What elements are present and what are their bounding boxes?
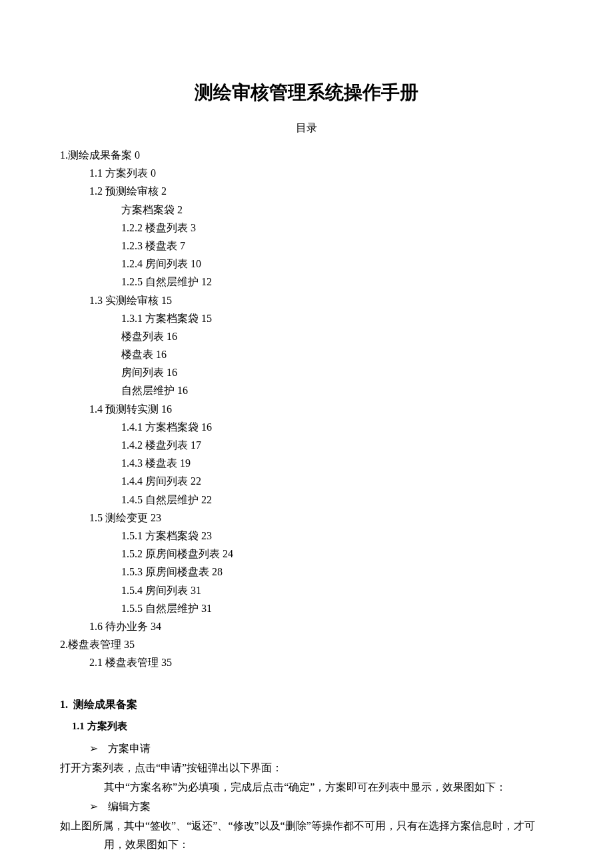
body-paragraph: 打开方案列表，点击“申请”按钮弹出以下界面： — [60, 759, 553, 778]
toc-entry: 1.5.2 原房间楼盘列表 24 — [121, 548, 233, 559]
table-of-contents: 1.测绘成果备案 0 1.1 方案列表 0 1.2 预测绘审核 2 方案档案袋 … — [60, 146, 553, 671]
toc-entry: 自然层维护 16 — [121, 385, 188, 396]
toc-entry: 1.2.5 自然层维护 12 — [121, 276, 212, 287]
toc-entry: 楼盘表 16 — [121, 349, 167, 360]
toc-entry: 1.测绘成果备案 0 — [60, 149, 140, 161]
bullet-item: ➢方案申请 — [89, 739, 553, 759]
toc-entry: 2.1 楼盘表管理 35 — [89, 657, 172, 668]
arrow-icon: ➢ — [89, 739, 108, 759]
toc-entry: 1.3 实测绘审核 15 — [89, 295, 172, 306]
toc-entry: 1.2.4 房间列表 10 — [121, 258, 201, 269]
toc-entry: 1.5.3 原房间楼盘表 28 — [121, 566, 223, 577]
toc-entry: 1.3.1 方案档案袋 15 — [121, 313, 212, 324]
toc-entry: 1.2 预测绘审核 2 — [89, 185, 167, 197]
toc-entry: 1.6 待办业务 34 — [89, 621, 161, 632]
toc-entry: 1.5.1 方案档案袋 23 — [121, 530, 212, 541]
toc-entry: 1.4.1 方案档案袋 16 — [121, 421, 212, 433]
toc-entry: 房间列表 16 — [121, 367, 177, 378]
toc-entry: 楼盘列表 16 — [121, 331, 177, 342]
toc-entry: 2.楼盘表管理 35 — [60, 639, 135, 650]
toc-entry: 1.5 测绘变更 23 — [89, 512, 161, 523]
section-1-1-heading: 1.1 方案列表 — [72, 720, 553, 733]
body-paragraph: 其中“方案名称”为必填项，完成后点击“确定”，方案即可在列表中显示，效果图如下： — [104, 778, 553, 797]
toc-entry: 1.4.5 自然层维护 22 — [121, 494, 212, 505]
toc-entry: 1.4 预测转实测 16 — [89, 403, 172, 415]
toc-entry: 1.2.3 楼盘表 7 — [121, 240, 185, 251]
toc-entry: 1.4.3 楼盘表 19 — [121, 457, 191, 469]
bullet-item: ➢编辑方案 — [89, 797, 553, 817]
toc-header: 目录 — [60, 121, 553, 135]
toc-entry: 方案档案袋 2 — [121, 204, 183, 215]
toc-entry: 1.4.4 房间列表 22 — [121, 475, 201, 487]
body-paragraph: 如上图所属，其中“签收”、“返还”、“修改”以及“删除”等操作都不可用，只有在选… — [60, 817, 553, 855]
toc-entry: 1.4.2 楼盘列表 17 — [121, 439, 201, 451]
toc-entry: 1.2.2 楼盘列表 3 — [121, 222, 196, 233]
toc-entry: 1.1 方案列表 0 — [89, 167, 156, 179]
section-1-heading: 1. 测绘成果备案 — [60, 698, 553, 712]
arrow-icon: ➢ — [89, 797, 108, 817]
toc-entry: 1.5.5 自然层维护 31 — [121, 603, 212, 614]
document-title: 测绘审核管理系统操作手册 — [60, 80, 553, 105]
toc-entry: 1.5.4 房间列表 31 — [121, 585, 201, 596]
